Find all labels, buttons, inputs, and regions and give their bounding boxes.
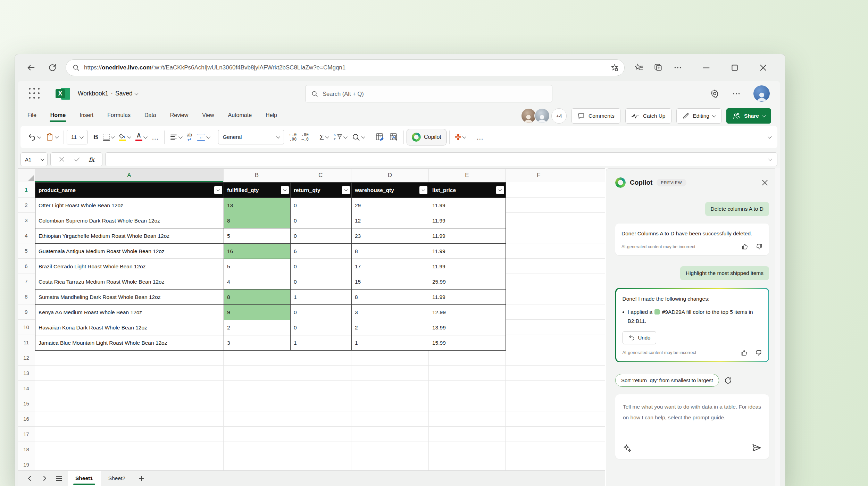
table-header-warehouse_qty[interactable]: warehouse_qty bbox=[352, 183, 429, 198]
filter-chevron-icon[interactable] bbox=[281, 186, 289, 194]
enter-check-icon[interactable] bbox=[74, 156, 81, 163]
merge-cells-button[interactable]: ↔ bbox=[194, 129, 212, 145]
row-header-4[interactable]: 4 bbox=[18, 228, 35, 243]
next-sheet-icon[interactable] bbox=[39, 472, 50, 484]
filter-chevron-icon[interactable] bbox=[496, 186, 504, 194]
sheet-tab-sheet2[interactable]: Sheet2 bbox=[101, 471, 133, 486]
number-format-dropdown[interactable]: General bbox=[218, 130, 284, 144]
row-header-18[interactable]: 18 bbox=[18, 442, 35, 457]
cell-D4[interactable]: 23 bbox=[352, 228, 429, 244]
row-header-14[interactable]: 14 bbox=[18, 381, 35, 396]
sort-filter-button[interactable]: AZ bbox=[331, 129, 349, 145]
menu-tab-help[interactable]: Help bbox=[265, 109, 278, 123]
cell-E7[interactable]: 25.99 bbox=[429, 274, 506, 290]
cell-D8[interactable]: 8 bbox=[352, 290, 429, 305]
cell-E10[interactable]: 13.99 bbox=[429, 320, 506, 335]
font-size-dropdown[interactable]: 11 bbox=[67, 130, 87, 144]
cell-A7[interactable]: Costa Rica Tarrazu Medium Roast Whole Be… bbox=[35, 274, 224, 290]
cell-E5[interactable]: 11.99 bbox=[429, 244, 506, 259]
cell-C5[interactable]: 6 bbox=[291, 244, 352, 259]
copilot-toggle-button[interactable]: Copilot bbox=[407, 129, 446, 145]
cell-D7[interactable]: 15 bbox=[352, 274, 429, 290]
menu-tab-file[interactable]: File bbox=[27, 109, 37, 123]
gear-icon[interactable] bbox=[710, 89, 719, 98]
cell-D5[interactable]: 8 bbox=[352, 244, 429, 259]
cell-A8[interactable]: Sumatra Mandheling Dark Roast Whole Bean… bbox=[35, 290, 224, 305]
row-header-9[interactable]: 9 bbox=[18, 304, 35, 320]
cell-C9[interactable]: 0 bbox=[291, 305, 352, 320]
cell-C6[interactable]: 0 bbox=[291, 259, 352, 274]
filter-chevron-icon[interactable] bbox=[342, 186, 350, 194]
sparkle-prompt-guide-icon[interactable] bbox=[623, 444, 632, 453]
cell-D11[interactable]: 1 bbox=[352, 335, 429, 351]
row-header-10[interactable]: 10 bbox=[18, 320, 35, 335]
table-header-list_price[interactable]: list_price bbox=[429, 183, 506, 198]
alignment-button[interactable] bbox=[167, 129, 184, 145]
maximize-icon[interactable] bbox=[730, 63, 739, 72]
prev-sheet-icon[interactable] bbox=[24, 472, 36, 484]
copilot-input[interactable]: Tell me what you want to do with data in… bbox=[615, 394, 769, 459]
cell-B3[interactable]: 8 bbox=[224, 213, 291, 228]
cell-E2[interactable]: 11.99 bbox=[429, 198, 506, 213]
column-header-C[interactable]: C bbox=[290, 169, 351, 182]
column-header-F[interactable]: F bbox=[506, 169, 572, 182]
workbook-title[interactable]: Workbook1 · Saved bbox=[78, 90, 138, 97]
cell-C7[interactable]: 0 bbox=[291, 274, 352, 290]
column-header-E[interactable]: E bbox=[429, 169, 506, 182]
cell-A10[interactable]: Hawaiian Kona Dark Roast Whole Bean 12oz bbox=[35, 320, 224, 335]
comments-button[interactable]: Comments bbox=[571, 108, 620, 124]
cell-E8[interactable]: 11.99 bbox=[429, 290, 506, 305]
row-header-2[interactable]: 2 bbox=[18, 198, 35, 213]
cell-B7[interactable]: 4 bbox=[224, 274, 291, 290]
cell-B4[interactable]: 5 bbox=[224, 228, 291, 244]
column-header-B[interactable]: B bbox=[224, 169, 290, 182]
row-header-7[interactable]: 7 bbox=[18, 274, 35, 289]
name-box[interactable]: A1 bbox=[20, 152, 48, 166]
browser-menu-icon[interactable] bbox=[673, 63, 682, 72]
select-all-corner[interactable] bbox=[18, 169, 35, 182]
catch-up-button[interactable]: Catch Up bbox=[625, 108, 671, 124]
favorites-star-icon[interactable] bbox=[634, 63, 643, 72]
undo-button[interactable] bbox=[25, 129, 43, 145]
cell-B8[interactable]: 8 bbox=[224, 290, 291, 305]
cell-D9[interactable]: 3 bbox=[352, 305, 429, 320]
vertical-scrollbar[interactable] bbox=[775, 168, 780, 486]
table-header-fullfilled_qty[interactable]: fullfilled_qty bbox=[224, 183, 291, 198]
cell-D6[interactable]: 17 bbox=[352, 259, 429, 274]
cell-A11[interactable]: Jamaica Blue Mountain Light Roast Whole … bbox=[35, 335, 224, 351]
thumb-down-icon[interactable] bbox=[755, 349, 762, 357]
cell-A4[interactable]: Ethiopian Yirgacheffe Medium Roast Whole… bbox=[35, 228, 224, 244]
menu-tab-formulas[interactable]: Formulas bbox=[107, 109, 131, 123]
ribbon-more-button[interactable]: … bbox=[474, 129, 486, 145]
font-color-button[interactable]: A bbox=[133, 129, 149, 145]
cell-C3[interactable]: 0 bbox=[291, 213, 352, 228]
row-header-17[interactable]: 17 bbox=[18, 427, 35, 442]
more-options-icon[interactable] bbox=[732, 89, 741, 98]
row-header-5[interactable]: 5 bbox=[18, 243, 35, 259]
fx-icon[interactable]: fx bbox=[89, 156, 94, 163]
cell-B2[interactable]: 13 bbox=[224, 198, 291, 213]
cell-A3[interactable]: Colombian Supremo Dark Roast Whole Bean … bbox=[35, 213, 224, 228]
paste-button[interactable] bbox=[43, 129, 61, 145]
url-bar[interactable]: https://onedrive.live.com/:w:/t/EaCKkPs6… bbox=[66, 59, 625, 76]
font-more-button[interactable]: … bbox=[149, 129, 161, 145]
suggestion-chip[interactable]: Sort ‘return_qty’ from smallest to large… bbox=[615, 374, 719, 387]
formula-bar-expand-icon[interactable] bbox=[768, 157, 772, 161]
minimize-icon[interactable] bbox=[702, 63, 711, 72]
column-header-A[interactable]: A bbox=[35, 169, 224, 182]
collaborator-avatar[interactable] bbox=[534, 108, 550, 124]
search-input[interactable]: Search (Alt + Q) bbox=[305, 85, 552, 102]
profile-avatar[interactable] bbox=[753, 85, 770, 102]
back-button[interactable] bbox=[24, 61, 38, 75]
refresh-suggestion-icon[interactable] bbox=[724, 376, 732, 385]
cell-A2[interactable]: Otter Light Roast Whole Bean 12oz bbox=[35, 198, 224, 213]
row-header-15[interactable]: 15 bbox=[18, 396, 35, 411]
cell-D10[interactable]: 2 bbox=[352, 320, 429, 335]
increase-decimal-button[interactable]: .00→.0 bbox=[299, 129, 311, 145]
sheet-list-icon[interactable] bbox=[53, 472, 65, 484]
row-header-3[interactable]: 3 bbox=[18, 213, 35, 228]
fill-color-button[interactable] bbox=[117, 129, 133, 145]
collections-icon[interactable] bbox=[654, 63, 663, 72]
thumb-up-icon[interactable] bbox=[741, 243, 749, 250]
cell-E11[interactable]: 15.99 bbox=[429, 335, 506, 351]
